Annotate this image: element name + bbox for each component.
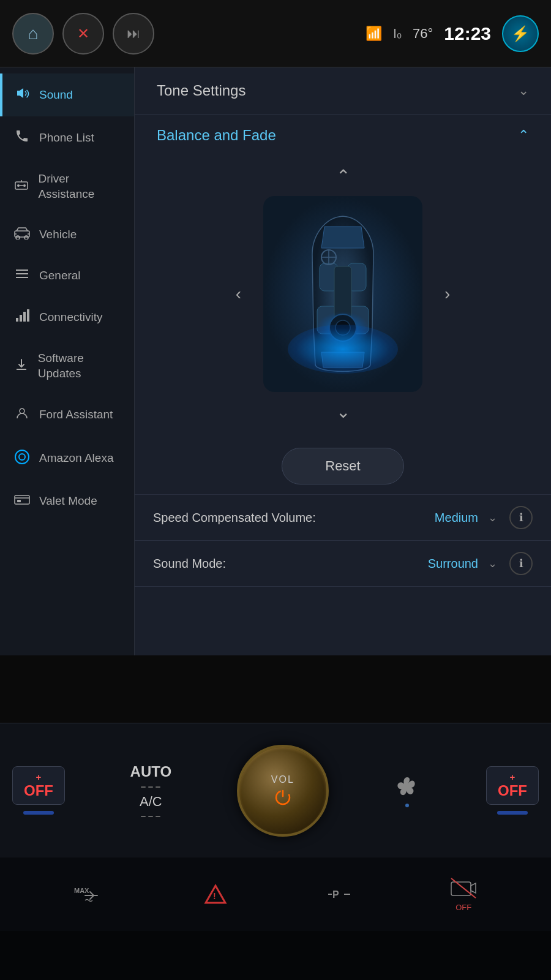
camera-off-label: OFF	[455, 903, 471, 912]
park-icon: P	[327, 883, 351, 905]
camera-off-btn[interactable]: OFF	[450, 877, 477, 912]
right-temp-indicator	[497, 811, 528, 815]
temperature-display: 76°	[413, 26, 433, 42]
auto-lines	[141, 786, 160, 788]
climate-right-off-button[interactable]: + OFF	[486, 766, 539, 805]
ac-button[interactable]: A/C	[140, 794, 162, 810]
climate-bar: + OFF AUTO A/C VOL	[0, 723, 551, 858]
home-button[interactable]: ⌂	[12, 13, 54, 55]
sidebar-item-general[interactable]: General	[0, 255, 134, 296]
top-bar-left: ⌂ ✕ ⏭	[12, 13, 154, 55]
content-area: Tone Settings ⌄ Balance and Fade ⌃ ⌃ ‹	[135, 67, 551, 655]
reset-button[interactable]: Reset	[282, 448, 404, 484]
balance-fade-header[interactable]: Balance and Fade ⌃	[135, 115, 551, 156]
sidebar-item-ford-assistant-label: Ford Assistant	[39, 407, 113, 423]
sound-mode-row: Sound Mode: Surround ⌄ ℹ	[135, 541, 551, 587]
balance-up-arrow[interactable]: ⌃	[332, 162, 354, 190]
close-button[interactable]: ✕	[62, 13, 104, 55]
svg-rect-23	[15, 496, 29, 504]
top-bar: ⌂ ✕ ⏭ 📶 Ⅰ₀ 76° 12:23 ⚡	[0, 0, 551, 67]
physical-controls-bar: MAX ! P OFF	[0, 858, 551, 931]
energy-button[interactable]: ⚡	[502, 15, 539, 52]
right-off-label: OFF	[498, 782, 527, 799]
media-button[interactable]: ⏭	[113, 13, 154, 55]
park-btn[interactable]: P	[327, 883, 351, 905]
sound-mode-value: Surround	[428, 557, 478, 571]
sidebar-item-vehicle[interactable]: Vehicle	[0, 214, 134, 255]
max-defrost-physical-btn[interactable]: MAX	[74, 883, 105, 905]
svg-rect-17	[23, 312, 26, 322]
info-icon-2: ℹ	[519, 557, 523, 570]
media-icon: ⏭	[127, 26, 140, 42]
connectivity-icon	[13, 308, 31, 326]
svg-point-2	[17, 184, 20, 187]
vol-knob[interactable]: VOL	[237, 745, 329, 837]
climate-right-control: + OFF	[486, 766, 539, 815]
sidebar-item-ford-assistant[interactable]: Ford Assistant	[0, 394, 134, 437]
vol-knob-container: VOL	[237, 745, 329, 837]
svg-rect-18	[27, 309, 29, 322]
amazon-alexa-icon	[13, 449, 31, 469]
svg-point-21	[15, 450, 29, 464]
phone-icon	[13, 129, 31, 147]
climate-fan-icon	[394, 774, 421, 801]
close-icon: ✕	[77, 25, 89, 42]
max-defrost-physical-icon: MAX	[74, 883, 105, 905]
sound-mode-info[interactable]: ℹ	[509, 552, 533, 575]
svg-point-3	[23, 184, 26, 187]
sidebar: Sound Phone List Driver Assistance	[0, 67, 135, 655]
speed-compensated-chevron[interactable]: ⌄	[488, 511, 497, 524]
tone-settings-header[interactable]: Tone Settings ⌄	[135, 67, 551, 115]
hazard-icon: !	[203, 882, 228, 907]
balance-fade-chevron: ⌃	[518, 127, 529, 143]
svg-point-20	[20, 409, 24, 413]
car-glow	[288, 325, 398, 374]
balance-fade-title: Balance and Fade	[157, 127, 276, 144]
sound-mode-chevron[interactable]: ⌄	[488, 557, 497, 570]
svg-point-7	[16, 236, 20, 239]
tone-settings-title: Tone Settings	[157, 82, 246, 99]
svg-text:MAX: MAX	[74, 887, 89, 894]
driver-assistance-icon	[13, 177, 29, 197]
valet-mode-icon	[13, 493, 31, 510]
camera-off-icon	[450, 877, 477, 899]
info-icon: ℹ	[519, 511, 523, 524]
left-temp-indicator	[23, 811, 54, 815]
vehicle-icon	[13, 226, 31, 243]
sidebar-item-connectivity-label: Connectivity	[39, 310, 103, 325]
balance-down-arrow[interactable]: ⌄	[332, 398, 354, 426]
balance-middle-row: ‹	[230, 190, 457, 398]
signal-icon: Ⅰ₀	[393, 26, 402, 41]
speed-compensated-info[interactable]: ℹ	[509, 506, 533, 529]
auto-button[interactable]: AUTO	[130, 763, 172, 780]
sidebar-item-driver-assistance[interactable]: Driver Assistance	[0, 159, 134, 214]
left-plus-indicator: +	[24, 772, 53, 782]
svg-marker-55	[471, 883, 476, 893]
bottom-bezel	[0, 931, 551, 980]
fade-right-arrow[interactable]: ›	[438, 278, 456, 310]
climate-right-fan	[394, 774, 421, 807]
sidebar-item-driver-assistance-label: Driver Assistance	[38, 172, 123, 202]
car-visual	[257, 190, 429, 398]
balance-fade-section: Balance and Fade ⌃ ⌃ ‹	[135, 115, 551, 495]
sidebar-item-sound[interactable]: Sound	[0, 74, 134, 116]
sidebar-item-sound-label: Sound	[39, 88, 73, 103]
svg-text:P: P	[332, 889, 339, 900]
svg-rect-15	[16, 318, 18, 322]
ford-assistant-icon	[13, 406, 31, 424]
fade-left-arrow[interactable]: ‹	[230, 278, 247, 310]
software-updates-icon	[13, 357, 29, 375]
vol-label: VOL	[271, 774, 294, 785]
sidebar-item-amazon-alexa[interactable]: Amazon Alexa	[0, 437, 134, 481]
sidebar-item-phone-list[interactable]: Phone List	[0, 116, 134, 159]
vol-power-icon	[273, 788, 293, 807]
sidebar-item-connectivity[interactable]: Connectivity	[0, 296, 134, 339]
sidebar-item-vehicle-label: Vehicle	[39, 227, 77, 243]
climate-left-off-button[interactable]: + OFF	[12, 766, 65, 805]
svg-marker-0	[17, 88, 23, 98]
sidebar-item-software-updates[interactable]: Software Updates	[0, 339, 134, 393]
svg-line-56	[451, 878, 476, 898]
sidebar-item-valet-mode[interactable]: Valet Mode	[0, 481, 134, 522]
speed-compensated-label: Speed Compensated Volume:	[153, 511, 429, 525]
hazard-btn[interactable]: !	[203, 882, 228, 907]
